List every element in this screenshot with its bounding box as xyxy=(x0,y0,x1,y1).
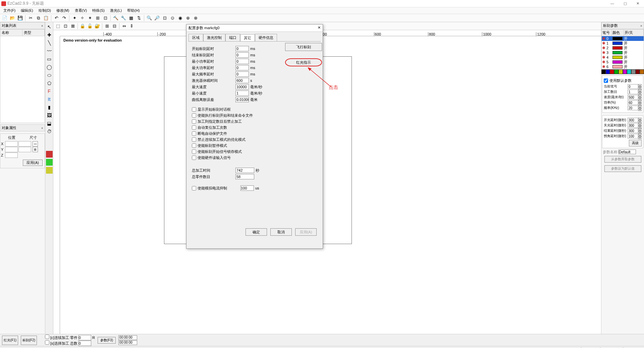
snap-icon[interactable]: ✦ xyxy=(71,15,78,21)
cancel-button[interactable]: 取消 xyxy=(270,228,292,236)
pen-row[interactable]: ✱1开 xyxy=(602,41,644,46)
total-input[interactable] xyxy=(78,341,91,346)
field-input[interactable] xyxy=(235,78,249,83)
ok-button[interactable]: 确定 xyxy=(246,228,267,236)
palette-swatch[interactable] xyxy=(631,69,636,74)
palette-swatch[interactable] xyxy=(601,69,606,74)
pen-row[interactable]: ✱6开 xyxy=(602,64,644,69)
set-default-button[interactable]: 参数设为默认值 xyxy=(604,165,641,172)
palette-swatch[interactable] xyxy=(614,69,619,74)
circle-icon[interactable]: ◯ xyxy=(46,64,53,70)
close-icon[interactable]: × xyxy=(640,24,642,28)
param-button[interactable]: 参数(F3) xyxy=(98,337,116,344)
power-input[interactable] xyxy=(628,100,638,105)
pen-row[interactable]: ✱5开 xyxy=(602,60,644,64)
hammer-icon[interactable]: 🔨 xyxy=(112,15,119,21)
on-delay-input[interactable] xyxy=(628,118,638,122)
palette-swatch[interactable] xyxy=(610,69,614,74)
menu-laser[interactable]: 激光(L) xyxy=(108,7,124,14)
red-light-button[interactable]: 红光(F1) xyxy=(2,336,18,345)
spinner[interactable]: ▲▼ xyxy=(638,95,642,100)
zoom-all-icon[interactable]: ◉ xyxy=(177,15,183,21)
timer-icon[interactable]: ⏱ xyxy=(46,128,53,135)
spinner[interactable]: ▲▼ xyxy=(638,134,642,138)
field-input[interactable] xyxy=(235,84,249,90)
undo-icon[interactable]: ↶ xyxy=(53,15,60,21)
spinner[interactable]: ▲▼ xyxy=(638,106,642,110)
flip-h-icon[interactable]: ⇔ xyxy=(121,23,127,30)
tab-laser[interactable]: 激光控制 xyxy=(203,34,225,41)
menu-help[interactable]: 帮助(H) xyxy=(125,7,142,14)
polygon-icon[interactable]: ⬠ xyxy=(46,80,53,86)
grid-icon[interactable]: ▦ xyxy=(128,15,135,21)
color3-icon[interactable] xyxy=(46,167,53,174)
checkbox[interactable] xyxy=(192,113,196,118)
palette-swatch[interactable] xyxy=(619,69,623,74)
color1-icon[interactable] xyxy=(46,151,53,158)
object-list[interactable]: 名称 类型 xyxy=(0,29,45,123)
checkbox[interactable] xyxy=(192,137,196,142)
lock2-icon[interactable]: 🔐 xyxy=(94,23,101,30)
snap4-icon[interactable]: ⊞ xyxy=(94,15,101,21)
select-all-icon[interactable]: ⊡ xyxy=(62,23,69,30)
ellipse-icon[interactable]: ⬭ xyxy=(46,72,53,78)
red-light-indicator-button[interactable]: 红光指示 xyxy=(285,58,322,66)
apply-button[interactable]: 应用(A) xyxy=(23,160,43,166)
total-parts-input[interactable] xyxy=(235,174,254,179)
line-icon[interactable]: ╲ xyxy=(46,40,53,46)
parts-input[interactable] xyxy=(78,335,91,340)
menu-file[interactable]: 文件(F) xyxy=(1,7,17,14)
dialog-title-bar[interactable]: 配置参数 markcfg0 ✕ xyxy=(186,24,323,32)
select-icon[interactable]: ↖ xyxy=(46,23,53,30)
menu-draw[interactable]: 绘制(D) xyxy=(37,7,53,14)
analog-suppress-input[interactable] xyxy=(240,185,254,191)
pen-row[interactable]: ✱0开 xyxy=(602,36,644,41)
checkbox[interactable] xyxy=(192,131,196,136)
close-icon[interactable]: ✕ xyxy=(318,25,321,31)
pen-table[interactable]: 笔号 颜色 开/关 ✱0开✱1开✱2开✱3开✱4开✱5开✱6开 xyxy=(601,29,644,69)
zoom-out-icon[interactable]: 🔎 xyxy=(154,15,160,21)
tab-other[interactable]: 其它 xyxy=(240,34,255,42)
canvas[interactable]: -400-200 0200 400600 8001000 1200 Demo v… xyxy=(53,30,601,334)
rect-icon[interactable]: ▭ xyxy=(46,56,53,62)
unlock-icon[interactable]: 🔓 xyxy=(87,23,93,30)
menu-edit[interactable]: 编辑(E) xyxy=(19,7,35,14)
spinner[interactable]: ▲▼ xyxy=(638,100,642,105)
zoom-win-icon[interactable]: ⊕ xyxy=(184,15,191,21)
speed-input[interactable] xyxy=(628,95,638,100)
redo-icon[interactable]: ↷ xyxy=(61,15,67,21)
close-icon[interactable]: × xyxy=(41,126,43,130)
text2-icon[interactable]: It xyxy=(46,96,53,103)
zoom-x-icon[interactable]: ⊗ xyxy=(192,15,199,21)
checkbox[interactable] xyxy=(192,107,196,112)
snap2-icon[interactable]: ✧ xyxy=(79,15,86,21)
checkbox[interactable] xyxy=(192,150,196,154)
copy-icon[interactable]: ⧉ xyxy=(35,15,42,21)
snap3-icon[interactable]: ✶ xyxy=(87,15,93,21)
z-pos-input[interactable] xyxy=(5,153,18,158)
x-size-input[interactable] xyxy=(18,141,31,147)
minimize-icon[interactable]: — xyxy=(610,1,614,6)
menu-modify[interactable]: 修改(M) xyxy=(54,7,71,14)
off-delay-input[interactable] xyxy=(628,123,638,128)
spinner[interactable]: ▲▼ xyxy=(638,84,642,89)
close-icon[interactable]: × xyxy=(41,24,43,28)
field-input[interactable] xyxy=(235,97,249,102)
group-icon[interactable]: ⊞ xyxy=(104,23,110,30)
zoom-in-icon[interactable]: 🔍 xyxy=(146,15,153,21)
field-input[interactable] xyxy=(235,91,249,96)
use-default-checkbox[interactable] xyxy=(604,78,608,83)
field-input[interactable] xyxy=(235,71,249,77)
select-mark-checkbox[interactable] xyxy=(45,340,49,345)
maximize-icon[interactable]: ▢ xyxy=(624,1,627,6)
vector-icon[interactable]: ⬓ xyxy=(46,120,53,127)
pen-row[interactable]: ✱4开 xyxy=(602,55,644,60)
param-name-input[interactable] xyxy=(619,150,636,154)
select-box-icon[interactable]: ⬚ xyxy=(55,23,61,30)
curve-icon[interactable]: 〰 xyxy=(46,48,53,54)
fly-mark-button[interactable]: 飞行标刻 xyxy=(285,43,322,51)
close-icon[interactable]: ✕ xyxy=(636,1,639,6)
continuous-checkbox[interactable] xyxy=(45,335,49,339)
spinner[interactable]: ▲▼ xyxy=(638,128,642,133)
text-icon[interactable]: F xyxy=(46,88,53,95)
